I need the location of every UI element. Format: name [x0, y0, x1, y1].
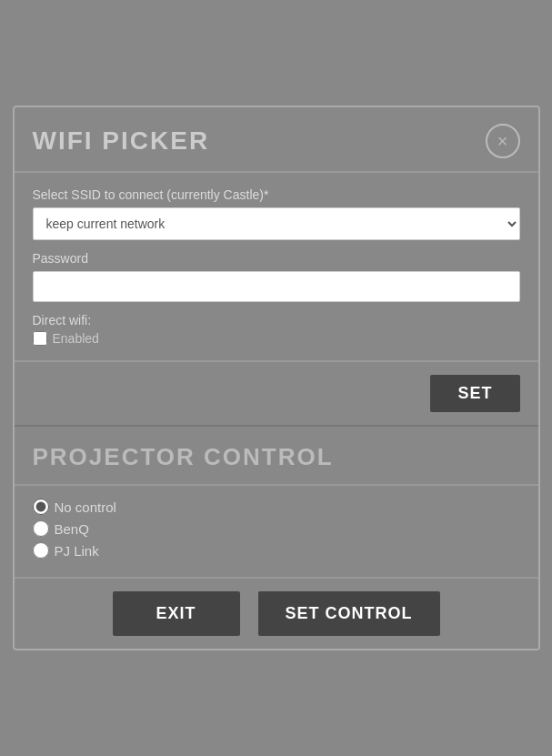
wifi-body: Select SSID to connect (currently Castle… [15, 173, 538, 362]
radio-no-control[interactable] [33, 499, 49, 515]
direct-wifi-label: Direct wifi: [33, 313, 520, 328]
ssid-label: Select SSID to connect (currently Castle… [33, 187, 520, 202]
set-button-row: SET [15, 362, 538, 427]
ssid-select[interactable]: keep current network Castle Other [33, 207, 520, 240]
radio-pj-link[interactable] [33, 542, 49, 559]
enabled-checkbox-row: Enabled [33, 331, 520, 346]
close-button[interactable]: × [486, 124, 520, 158]
enabled-checkbox[interactable] [33, 331, 47, 346]
wifi-picker-dialog: WIFI PICKER × Select SSID to connect (cu… [13, 106, 540, 650]
enabled-label[interactable]: Enabled [53, 331, 99, 346]
radio-label-benq[interactable]: BenQ [55, 521, 89, 537]
projector-title: PROJECTOR CONTROL [33, 443, 334, 470]
radio-benq[interactable] [33, 520, 49, 537]
direct-wifi-section: Direct wifi: Enabled [33, 313, 520, 346]
exit-button[interactable]: EXIT [113, 591, 240, 636]
radio-label-pj-link[interactable]: PJ Link [55, 543, 99, 559]
radio-row-pj-link: PJ Link [33, 542, 520, 559]
set-control-button[interactable]: SET CONTROL [258, 591, 440, 636]
bottom-button-row: EXIT SET CONTROL [15, 579, 538, 649]
radio-row-benq: BenQ [33, 520, 520, 537]
password-input[interactable] [33, 271, 520, 302]
projector-body: No control BenQ PJ Link [15, 486, 538, 579]
radio-row-no-control: No control [33, 499, 520, 515]
set-button[interactable]: SET [430, 375, 519, 412]
projector-header: PROJECTOR CONTROL [15, 427, 538, 486]
wifi-title: WIFI PICKER [33, 126, 210, 156]
password-label: Password [33, 251, 520, 266]
radio-label-no-control[interactable]: No control [55, 499, 116, 515]
wifi-header: WIFI PICKER × [15, 107, 538, 173]
